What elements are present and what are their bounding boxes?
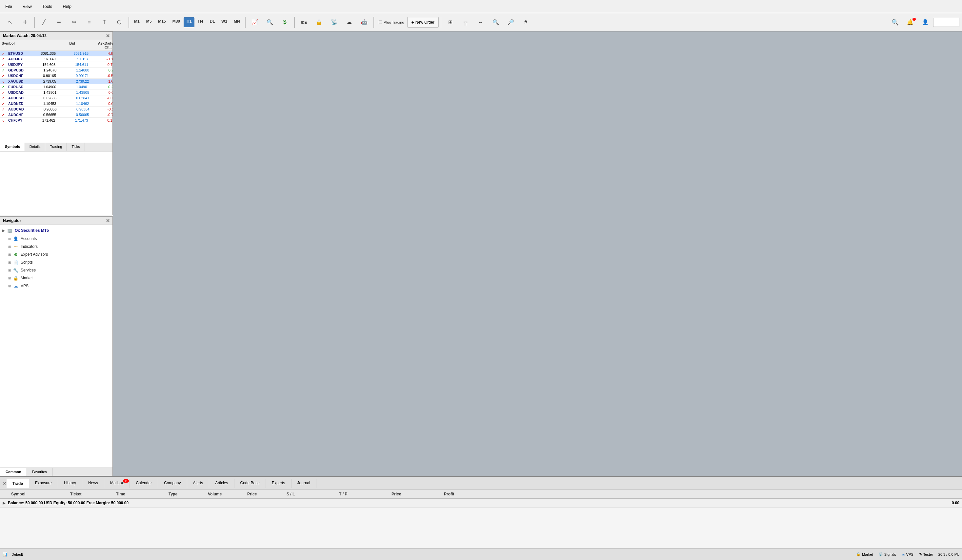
- toolbar-chart-zoom[interactable]: 🔍: [263, 16, 277, 29]
- menu-tools[interactable]: Tools: [40, 3, 55, 10]
- toolbar-cloud-btn[interactable]: ☁: [342, 16, 357, 29]
- menu-help[interactable]: Help: [60, 3, 74, 10]
- bottom-tab-news[interactable]: News: [82, 479, 104, 488]
- bottom-tab-alerts[interactable]: Alerts: [187, 479, 210, 488]
- nav-item-vps[interactable]: ⊞ ☁ VPS: [2, 282, 111, 290]
- row-bid: 1.24878: [24, 68, 56, 72]
- market-watch-row[interactable]: ↗ AUDCAD 0.90356 0.90364 -0.19%: [0, 107, 113, 112]
- status-market[interactable]: 🔒 Market: [856, 552, 873, 557]
- market-watch-row[interactable]: ↗ AUDCHF 0.56655 0.56665 -0.73%: [0, 112, 113, 118]
- toolbar-chart-sync[interactable]: ↔: [473, 16, 488, 29]
- mw-tab-symbols[interactable]: Symbols: [0, 143, 25, 151]
- tf-w1[interactable]: W1: [218, 18, 230, 27]
- bottom-tab-journal[interactable]: Journal: [292, 479, 316, 488]
- nav-item-scripts[interactable]: ⊞ 📄 Scripts: [2, 258, 111, 266]
- menu-file[interactable]: File: [3, 3, 15, 10]
- tf-mn[interactable]: MN: [231, 18, 243, 27]
- market-watch-row[interactable]: ↗ AUDNZD 1.10453 1.10462 -0.06%: [0, 101, 113, 107]
- market-watch-row[interactable]: ↗ AUDUSD 0.62836 0.62841 -0.15%: [0, 95, 113, 101]
- bottom-tab-exposure[interactable]: Exposure: [29, 479, 58, 488]
- toolbar-shapes-btn[interactable]: ⬡: [112, 16, 127, 29]
- toolbar-chart-arrange[interactable]: ⊞: [443, 16, 458, 29]
- nav-icon-scripts: 📄: [13, 259, 19, 265]
- nav-item-ea[interactable]: ⊞ ⚙ Expert Advisors: [2, 250, 111, 258]
- row-bid: 3081.335: [23, 52, 56, 55]
- toolbar-crosshair-btn[interactable]: ✛: [18, 16, 32, 29]
- toolbar-sep-4: [294, 17, 295, 28]
- toolbar-lock-btn[interactable]: 🔒: [312, 16, 326, 29]
- nav-tab-favorites[interactable]: Favorites: [27, 468, 52, 476]
- chart-area[interactable]: [113, 31, 962, 488]
- market-watch-row[interactable]: ↗ GBPUSD 1.24878 1.24880 0.24%: [0, 68, 113, 73]
- nav-expand-icon: ⊞: [8, 268, 11, 272]
- navigator-root[interactable]: ▶ 🏢 Ox Securities MT5: [2, 226, 111, 235]
- status-tester[interactable]: ⚗ Tester: [919, 552, 933, 557]
- nav-expand-icon: ⊞: [8, 237, 11, 240]
- mw-tab-ticks[interactable]: Ticks: [67, 143, 85, 151]
- market-watch-row[interactable]: ↗ EURUSD 1.04900 1.04901 0.22%: [0, 84, 113, 90]
- toolbar-channel-btn[interactable]: ≡: [82, 16, 97, 29]
- bottom-tab-code-base[interactable]: Code Base: [234, 479, 266, 488]
- toolbar-zoom-in[interactable]: 🔍: [489, 16, 503, 29]
- market-watch-row[interactable]: ↗ USDCHF 0.90165 0.90171 -0.57%: [0, 73, 113, 79]
- market-watch-row[interactable]: ↗ AUDJPY 97.149 97.157 -0.87%: [0, 56, 113, 62]
- toolbar-dollar-btn[interactable]: $: [278, 16, 292, 29]
- nav-item-indicators[interactable]: ⊞ 〰 Indicators: [2, 243, 111, 250]
- mw-tab-trading[interactable]: Trading: [45, 143, 67, 151]
- toolbar-draw-btn[interactable]: ✏: [67, 16, 81, 29]
- toolbar-algo-icon[interactable]: 🤖: [357, 16, 371, 29]
- bottom-tab-calendar[interactable]: Calendar: [130, 479, 158, 488]
- row-bid: 171.462: [22, 118, 55, 122]
- toolbar-input[interactable]: [933, 18, 959, 27]
- toolbar-user[interactable]: 👤: [918, 16, 933, 29]
- status-vps[interactable]: ☁ VPS: [901, 552, 914, 557]
- row-symbol: AUDNZD: [8, 102, 23, 106]
- nav-item-accounts[interactable]: ⊞ 👤 Accounts: [2, 235, 111, 243]
- market-watch-row[interactable]: ↗ USDJPY 154.608 154.611 -0.71%: [0, 62, 113, 68]
- row-change: -0.06%: [89, 102, 113, 106]
- nav-item-services[interactable]: ⊞ 🔧 Services: [2, 266, 111, 274]
- toolbar-algo-checkbox[interactable]: ☐ Algo Trading: [376, 16, 407, 29]
- tf-d1[interactable]: D1: [207, 18, 218, 27]
- nav-item-market[interactable]: ⊞ 🔒 Market: [2, 274, 111, 282]
- toolbar-zoom-out[interactable]: 🔎: [504, 16, 518, 29]
- toolbar-hline-btn[interactable]: ━: [52, 16, 66, 29]
- nav-tab-common[interactable]: Common: [0, 468, 27, 476]
- market-watch-row[interactable]: ↗ ETHUSD 3081.335 3081.915 -4.62%: [0, 51, 113, 56]
- tf-h4[interactable]: H4: [195, 18, 206, 27]
- market-watch-row[interactable]: ↘ XAUUSD 2739.05 2739.22 -1.03%: [0, 79, 113, 84]
- market-watch-row[interactable]: ↗ USDCAD 1.43801 1.43805 -0.04%: [0, 90, 113, 95]
- tf-m5[interactable]: M5: [143, 18, 155, 27]
- status-version: 20.3 / 0.0 Mb: [938, 552, 959, 557]
- toolbar-search[interactable]: 🔍: [888, 16, 902, 29]
- navigator-close[interactable]: ✕: [106, 218, 110, 223]
- new-order-button[interactable]: + New Order: [407, 17, 439, 27]
- tf-m15[interactable]: M15: [155, 18, 168, 27]
- bottom-tab-trade[interactable]: Trade: [6, 479, 29, 488]
- bottom-tab-articles[interactable]: Articles: [209, 479, 234, 488]
- toolbar-line-btn[interactable]: ╱: [37, 16, 51, 29]
- market-watch-title: Market Watch: 20:04:12: [3, 34, 47, 38]
- bottom-tab-experts[interactable]: Experts: [266, 479, 292, 488]
- market-watch-row[interactable]: ↘ CHFJPY 171.462 171.473 -0.14%: [0, 118, 113, 123]
- bottom-tab-company[interactable]: Company: [158, 479, 187, 488]
- toolbar-text-btn[interactable]: T: [97, 16, 111, 29]
- bottom-tab-mailbox[interactable]: Mailbox11: [104, 479, 130, 488]
- row-bid: 154.608: [23, 63, 55, 66]
- tf-h1[interactable]: H1: [184, 18, 194, 27]
- bottom-panel-close[interactable]: ✕: [3, 481, 6, 486]
- tf-m1[interactable]: M1: [131, 18, 143, 27]
- toolbar-arrow-btn[interactable]: ↖: [3, 16, 17, 29]
- status-signals[interactable]: 📡 Signals: [878, 552, 896, 557]
- toolbar-ide-btn[interactable]: IDE: [297, 16, 311, 29]
- toolbar-chart-type[interactable]: 📈: [247, 16, 262, 29]
- toolbar-grid[interactable]: #: [519, 16, 533, 29]
- toolbar-signal-btn[interactable]: 📡: [327, 16, 341, 29]
- mw-tab-details[interactable]: Details: [25, 143, 45, 151]
- market-watch-close[interactable]: ✕: [106, 33, 110, 38]
- tf-m30[interactable]: M30: [169, 18, 183, 27]
- bottom-tab-history[interactable]: History: [58, 479, 82, 488]
- menu-view[interactable]: View: [20, 3, 34, 10]
- toolbar-indicator-list[interactable]: ╦: [458, 16, 473, 29]
- toolbar-notification[interactable]: 🔔 1: [903, 16, 917, 29]
